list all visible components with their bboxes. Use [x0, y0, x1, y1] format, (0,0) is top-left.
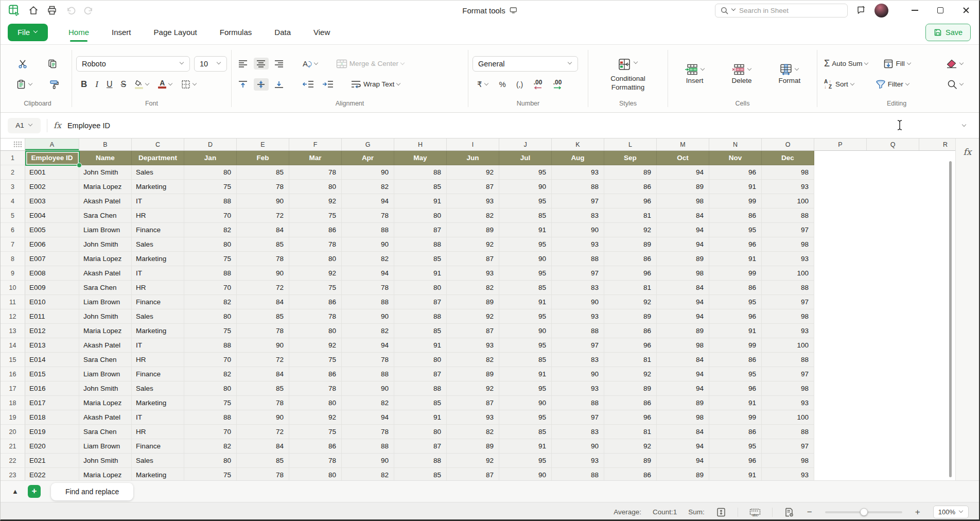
cell-H9[interactable]: 91: [394, 266, 447, 281]
cell-P16[interactable]: [814, 367, 867, 381]
cell-J15[interactable]: 85: [499, 353, 552, 367]
cell-K4[interactable]: 97: [552, 194, 604, 209]
cell-B1[interactable]: Name: [79, 151, 132, 165]
cell-Q16[interactable]: [867, 367, 919, 381]
cell-I16[interactable]: 89: [447, 367, 499, 381]
column-header-R[interactable]: R: [919, 138, 957, 150]
tab-insert[interactable]: Insert: [112, 20, 131, 44]
number-format-select[interactable]: General: [472, 56, 578, 72]
cell-P7[interactable]: [814, 237, 867, 252]
feedback-icon[interactable]: [856, 5, 867, 16]
cell-D10[interactable]: 70: [184, 281, 237, 295]
cell-K3[interactable]: 88: [552, 180, 604, 194]
cell-Q5[interactable]: [867, 209, 919, 223]
cell-I13[interactable]: 87: [447, 324, 499, 338]
cell-M23[interactable]: 89: [657, 468, 709, 480]
font-color-button[interactable]: A: [155, 78, 176, 91]
cell-C9[interactable]: IT: [132, 266, 184, 281]
cell-D14[interactable]: 88: [184, 338, 237, 353]
cell-O20[interactable]: 88: [762, 425, 814, 439]
cell-H6[interactable]: 87: [394, 223, 447, 237]
cell-G21[interactable]: 88: [342, 439, 394, 454]
cell-P1[interactable]: [814, 151, 867, 165]
cell-L5[interactable]: 81: [604, 209, 657, 223]
sheet-view-button[interactable]: [784, 507, 794, 517]
column-header-M[interactable]: M: [657, 138, 709, 150]
cell-C7[interactable]: Sales: [132, 237, 184, 252]
format-painter-button[interactable]: [46, 77, 62, 92]
cell-J18[interactable]: 90: [499, 396, 552, 410]
cell-Q14[interactable]: [867, 338, 919, 353]
select-all-corner[interactable]: [1, 138, 25, 150]
cell-G11[interactable]: 88: [342, 295, 394, 309]
cell-B4[interactable]: Akash Patel: [79, 194, 132, 209]
cell-H11[interactable]: 87: [394, 295, 447, 309]
cell-C12[interactable]: Sales: [132, 309, 184, 324]
cell-A2[interactable]: E001: [25, 165, 79, 180]
cell-E14[interactable]: 90: [237, 338, 289, 353]
cell-N13[interactable]: 91: [709, 324, 762, 338]
cell-K19[interactable]: 97: [552, 410, 604, 425]
column-header-N[interactable]: N: [709, 138, 762, 150]
cell-J20[interactable]: 85: [499, 425, 552, 439]
cell-F12[interactable]: 78: [289, 309, 342, 324]
row-number-14[interactable]: 14: [1, 338, 25, 353]
cell-Q20[interactable]: [867, 425, 919, 439]
text-rotation-button[interactable]: A⤸: [300, 57, 321, 71]
cell-L13[interactable]: 86: [604, 324, 657, 338]
align-right-button[interactable]: [272, 58, 287, 70]
cell-P23[interactable]: [814, 468, 867, 480]
cell-P22[interactable]: [814, 454, 867, 468]
cell-B17[interactable]: John Smith: [79, 381, 132, 396]
cell-K16[interactable]: 90: [552, 367, 604, 381]
cell-O6[interactable]: 97: [762, 223, 814, 237]
cell-H21[interactable]: 87: [394, 439, 447, 454]
cell-A10[interactable]: E009: [25, 281, 79, 295]
cell-I3[interactable]: 87: [447, 180, 499, 194]
zoom-slider-thumb[interactable]: [860, 508, 868, 516]
underline-button[interactable]: U: [104, 78, 115, 91]
cell-M22[interactable]: 94: [657, 454, 709, 468]
cell-D12[interactable]: 80: [184, 309, 237, 324]
cell-H19[interactable]: 91: [394, 410, 447, 425]
cell-E10[interactable]: 72: [237, 281, 289, 295]
increase-decimal-button[interactable]: .00: [550, 77, 565, 92]
row-number-2[interactable]: 2: [1, 165, 25, 180]
cell-Q6[interactable]: [867, 223, 919, 237]
cell-K6[interactable]: 90: [552, 223, 604, 237]
cell-J6[interactable]: 91: [499, 223, 552, 237]
app-logo-icon[interactable]: [8, 4, 20, 16]
cell-P13[interactable]: [814, 324, 867, 338]
column-header-I[interactable]: I: [447, 138, 499, 150]
cell-L23[interactable]: 86: [604, 468, 657, 480]
cell-B2[interactable]: John Smith: [79, 165, 132, 180]
cell-F8[interactable]: 80: [289, 252, 342, 266]
cell-O7[interactable]: 98: [762, 237, 814, 252]
cell-N21[interactable]: 95: [709, 439, 762, 454]
cell-H22[interactable]: 88: [394, 454, 447, 468]
cell-G1[interactable]: Apr: [342, 151, 394, 165]
cell-H18[interactable]: 85: [394, 396, 447, 410]
align-top-button[interactable]: [236, 78, 251, 91]
cell-I15[interactable]: 82: [447, 353, 499, 367]
cell-E23[interactable]: 78: [237, 468, 289, 480]
cell-I14[interactable]: 93: [447, 338, 499, 353]
cell-G17[interactable]: 90: [342, 381, 394, 396]
fit-screen-button[interactable]: [716, 507, 726, 517]
cell-L22[interactable]: 89: [604, 454, 657, 468]
cell-Q8[interactable]: [867, 252, 919, 266]
cell-F20[interactable]: 75: [289, 425, 342, 439]
cell-F1[interactable]: Mar: [289, 151, 342, 165]
cell-Q13[interactable]: [867, 324, 919, 338]
cell-M19[interactable]: 98: [657, 410, 709, 425]
cell-F17[interactable]: 78: [289, 381, 342, 396]
cell-A20[interactable]: E019: [25, 425, 79, 439]
cell-N5[interactable]: 86: [709, 209, 762, 223]
tab-data[interactable]: Data: [274, 20, 291, 44]
cell-F10[interactable]: 75: [289, 281, 342, 295]
cell-H4[interactable]: 91: [394, 194, 447, 209]
cell-N18[interactable]: 91: [709, 396, 762, 410]
cell-K22[interactable]: 93: [552, 454, 604, 468]
cell-C11[interactable]: Finance: [132, 295, 184, 309]
row-number-1[interactable]: 1: [1, 151, 25, 165]
